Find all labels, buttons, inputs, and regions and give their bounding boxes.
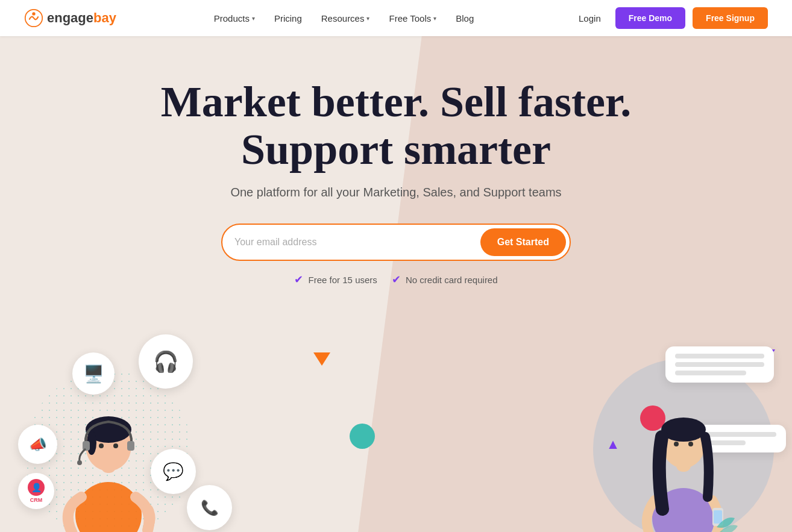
person-right-svg xyxy=(623,377,744,532)
megaphone-icon: 📣 xyxy=(29,436,47,453)
logo-text-engage: engage xyxy=(47,10,93,25)
email-input[interactable] xyxy=(234,237,480,248)
hero-content: Market better. Sell faster. Support smar… xyxy=(161,78,631,316)
check-icon-2: ✔ xyxy=(392,274,401,286)
svg-point-19 xyxy=(674,442,679,446)
nav-links: Products ▾ Pricing Resources ▾ Free Tool… xyxy=(207,8,482,28)
free-demo-button[interactable]: Free Demo xyxy=(615,7,685,29)
circle-teal-deco xyxy=(350,424,375,449)
get-started-button[interactable]: Get Started xyxy=(480,228,566,256)
hero-subtitle: One platform for all your Marketing, Sal… xyxy=(161,186,631,199)
triangle-orange-icon xyxy=(313,352,330,366)
logo-text-bay: bay xyxy=(93,10,116,25)
svg-point-9 xyxy=(77,460,82,465)
hero-section: Market better. Sell faster. Support smar… xyxy=(0,36,792,532)
illustration-left: 🖥️ 🎧 📣 💬 📞 👤 CRM xyxy=(0,316,277,532)
chat-line xyxy=(675,354,764,358)
nav-item-resources[interactable]: Resources ▾ xyxy=(314,8,377,28)
svg-rect-7 xyxy=(83,441,90,451)
chat-line xyxy=(675,362,764,367)
person-left-svg xyxy=(48,377,169,532)
svg-rect-15 xyxy=(714,510,722,524)
svg-point-2 xyxy=(75,482,142,532)
logo-icon xyxy=(24,8,43,28)
email-form: Get Started xyxy=(221,224,571,261)
hero-title: Market better. Sell faster. Support smar… xyxy=(161,78,631,174)
nav-item-blog[interactable]: Blog xyxy=(448,8,481,28)
chevron-down-icon: ▾ xyxy=(252,15,255,22)
illustration-right xyxy=(515,316,792,532)
headset-icon: 🎧 xyxy=(153,349,178,374)
check-icon: ✔ xyxy=(294,274,303,286)
crm-icon: 👤 xyxy=(28,479,45,496)
nav-item-pricing[interactable]: Pricing xyxy=(267,8,309,28)
trust-badges: ✔ Free for 15 users ✔ No credit card req… xyxy=(161,273,631,286)
svg-point-20 xyxy=(688,442,693,446)
nav-item-free-tools[interactable]: Free Tools ▾ xyxy=(382,8,444,28)
badge-free-users: ✔ Free for 15 users xyxy=(294,273,377,286)
nav-item-products[interactable]: Products ▾ xyxy=(207,8,262,28)
svg-rect-8 xyxy=(127,441,134,451)
svg-point-10 xyxy=(99,443,104,448)
illustration-area: 🖥️ 🎧 📣 💬 📞 👤 CRM xyxy=(0,316,792,532)
svg-point-1 xyxy=(32,12,35,15)
logo[interactable]: engagebay xyxy=(24,8,116,28)
badge-no-cc: ✔ No credit card required xyxy=(392,273,498,286)
chat-line xyxy=(675,371,746,375)
login-button[interactable]: Login xyxy=(571,8,608,28)
chevron-down-icon: ▾ xyxy=(366,15,369,22)
center-deco xyxy=(277,316,515,532)
navbar: engagebay Products ▾ Pricing Resources ▾… xyxy=(0,0,792,36)
chevron-down-icon: ▾ xyxy=(433,15,436,22)
svg-point-11 xyxy=(113,443,118,448)
nav-actions: Login Free Demo Free Signup xyxy=(571,7,768,29)
free-signup-button[interactable]: Free Signup xyxy=(693,7,768,29)
phone-icon-circle: 📞 xyxy=(187,485,232,530)
phone-icon: 📞 xyxy=(201,499,219,516)
crm-badge: 👤 CRM xyxy=(28,479,45,503)
